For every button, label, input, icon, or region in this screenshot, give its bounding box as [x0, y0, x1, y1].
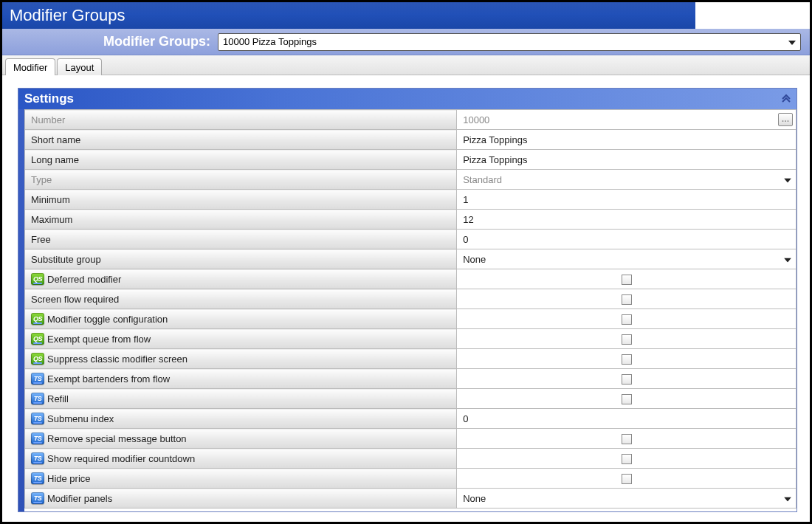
settings-row-value-cell[interactable]: [457, 329, 796, 349]
chevron-down-icon[interactable]: [784, 254, 791, 265]
settings-row-label-cell: Screen flow required: [25, 289, 457, 309]
checkbox[interactable]: [622, 354, 632, 365]
settings-panel: Settings Number10000…Short namePizza Top…: [18, 88, 797, 512]
settings-row-label: Maximum: [31, 214, 72, 225]
settings-row-label: Show required modifier countdown: [47, 453, 195, 464]
settings-row-label-cell: QSSuppress classic modifier screen: [25, 349, 457, 369]
settings-row-label: Hide price: [47, 473, 91, 484]
settings-row-value-cell[interactable]: None: [457, 249, 796, 269]
settings-row-value-cell[interactable]: Pizza Toppings: [457, 150, 796, 170]
settings-row-label-cell: QSExempt queue from flow: [25, 329, 457, 349]
settings-row-value-cell[interactable]: None: [457, 489, 796, 509]
settings-row-label: Substitute group: [31, 254, 101, 265]
settings-row-value-cell[interactable]: Pizza Toppings: [457, 130, 796, 150]
modifier-groups-combo[interactable]: 10000 Pizza Toppings: [218, 33, 801, 51]
tab-label: Layout: [65, 62, 94, 73]
settings-row: QSSuppress classic modifier screen: [25, 349, 796, 369]
ts-badge-icon: TS: [31, 413, 44, 424]
checkbox[interactable]: [622, 394, 632, 404]
settings-row-label: Modifier panels: [47, 493, 112, 504]
settings-row-label-cell: TSHide price: [25, 469, 457, 489]
ts-badge-icon: TS: [31, 472, 44, 484]
ts-badge-icon: TS: [31, 432, 44, 444]
settings-row-value-cell[interactable]: [457, 389, 796, 409]
settings-row: TSSubmenu index0: [25, 409, 796, 429]
settings-row-label-cell: TSExempt bartenders from flow: [25, 369, 457, 389]
checkbox[interactable]: [622, 275, 632, 285]
settings-row-label-cell: Free: [25, 230, 457, 249]
settings-row-value: 1: [463, 194, 468, 205]
checkbox[interactable]: [622, 314, 632, 325]
settings-row-label-cell: Type: [25, 170, 457, 190]
settings-row-label: Minimum: [31, 194, 70, 205]
settings-row: QSModifier toggle configuration: [25, 309, 796, 329]
settings-row-label: Submenu index: [47, 413, 114, 424]
settings-row-label: Number: [31, 114, 65, 125]
title-bar: Modifier Groups: [2, 2, 810, 29]
settings-row-value-cell[interactable]: [457, 449, 796, 469]
settings-body: Number10000…Short namePizza ToppingsLong…: [18, 109, 796, 511]
settings-row-value: Pizza Toppings: [463, 134, 527, 145]
settings-row-value: None: [463, 254, 486, 265]
settings-panel-header: Settings: [18, 89, 796, 109]
settings-row-label: Short name: [31, 134, 80, 145]
modifier-groups-combo-value: 10000 Pizza Toppings: [223, 36, 317, 47]
settings-row-value: Pizza Toppings: [463, 154, 527, 165]
settings-row-value-cell[interactable]: 0: [457, 409, 796, 429]
settings-row: TypeStandard: [25, 170, 796, 190]
tab-label: Modifier: [13, 62, 47, 73]
tab-layout[interactable]: Layout: [57, 58, 102, 75]
settings-grid: Number10000…Short namePizza ToppingsLong…: [24, 109, 796, 509]
settings-row: TSRefill: [25, 389, 796, 409]
settings-row-value-cell[interactable]: Standard: [457, 170, 796, 190]
chevron-down-icon[interactable]: [784, 174, 791, 185]
settings-row-label-cell: TSShow required modifier countdown: [25, 449, 457, 469]
ts-badge-icon: TS: [31, 452, 44, 464]
settings-row-value: 0: [463, 413, 468, 424]
checkbox[interactable]: [622, 294, 632, 305]
checkbox[interactable]: [622, 474, 632, 484]
checkbox[interactable]: [622, 454, 632, 464]
settings-row-value-cell[interactable]: 0: [457, 230, 796, 249]
settings-row-value-cell[interactable]: [457, 349, 796, 369]
ts-badge-icon: TS: [31, 373, 44, 385]
collapse-icon[interactable]: [782, 94, 791, 105]
checkbox[interactable]: [622, 334, 632, 345]
settings-row-value: 12: [463, 214, 473, 225]
ts-badge-icon: TS: [31, 393, 44, 404]
settings-row-label: Modifier toggle configuration: [47, 314, 168, 325]
settings-row-label-cell: Short name: [25, 130, 457, 150]
settings-grid-wrapper[interactable]: Number10000…Short namePizza ToppingsLong…: [24, 109, 796, 511]
settings-row: TSModifier panelsNone: [25, 489, 796, 509]
settings-row-value-cell[interactable]: [457, 309, 796, 329]
settings-row-label-cell: Long name: [25, 150, 457, 170]
chevron-down-icon[interactable]: [784, 493, 791, 504]
settings-row-value-cell[interactable]: 1: [457, 190, 796, 210]
content-area: Settings Number10000…Short namePizza Top…: [4, 77, 808, 520]
settings-row-value-cell[interactable]: [457, 469, 796, 489]
settings-row-value-cell[interactable]: 12: [457, 210, 796, 230]
checkbox[interactable]: [622, 374, 632, 385]
settings-row-value-cell[interactable]: [457, 269, 796, 289]
checkbox[interactable]: [622, 434, 632, 444]
settings-row-label: Suppress classic modifier screen: [47, 354, 187, 365]
tab-modifier[interactable]: Modifier: [5, 58, 55, 75]
settings-row-value-cell[interactable]: 10000…: [457, 110, 796, 130]
ellipsis-button[interactable]: …: [778, 113, 793, 126]
settings-row: Number10000…: [25, 110, 796, 130]
selector-label: Modifier Groups:: [11, 34, 210, 49]
settings-row-value-cell[interactable]: [457, 289, 796, 309]
app-window: Modifier Groups Modifier Groups: 10000 P…: [0, 0, 812, 524]
settings-row-value: None: [463, 493, 486, 504]
settings-row: Minimum1: [25, 190, 796, 210]
settings-row-value-cell[interactable]: [457, 369, 796, 389]
qs-badge-icon: QS: [31, 353, 44, 365]
settings-row-label-cell: QSDeferred modifier: [25, 269, 457, 289]
settings-row-value: Standard: [463, 174, 502, 185]
settings-row: QSExempt queue from flow: [25, 329, 796, 349]
settings-row-value-cell[interactable]: [457, 429, 796, 449]
settings-row-label: Exempt bartenders from flow: [47, 373, 170, 385]
settings-row-label-cell: QSModifier toggle configuration: [25, 309, 457, 329]
settings-row-label-cell: TSRemove special message button: [25, 429, 457, 449]
settings-row-label: Free: [31, 234, 51, 245]
